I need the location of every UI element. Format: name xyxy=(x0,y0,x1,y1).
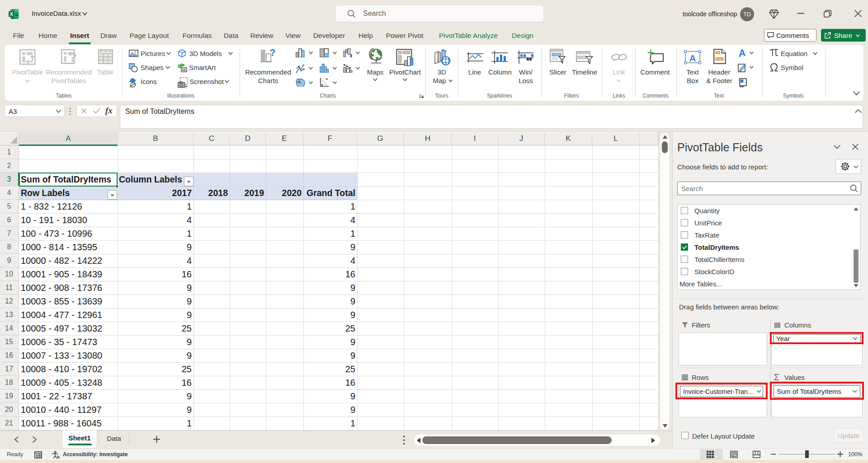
svg-text:?: ? xyxy=(69,50,77,65)
svg-text:?: ? xyxy=(269,49,275,58)
svg-text:A: A xyxy=(737,49,746,58)
svg-text:X: X xyxy=(10,11,13,17)
svg-text:A: A xyxy=(689,53,696,63)
